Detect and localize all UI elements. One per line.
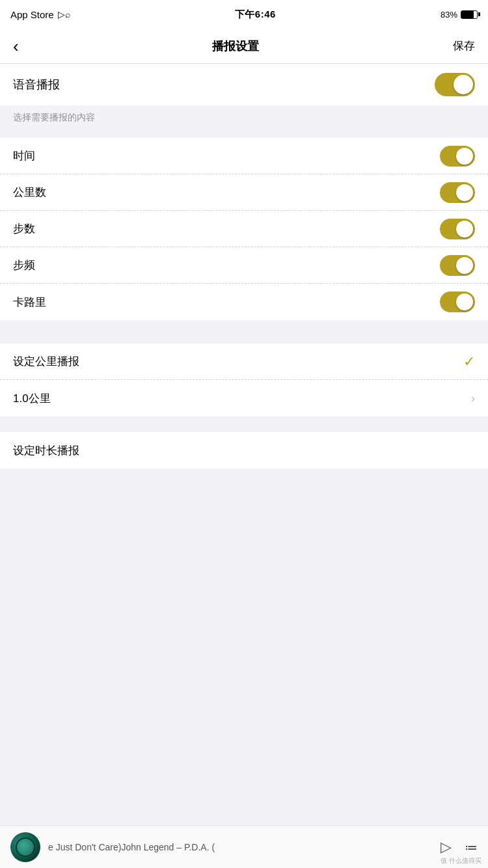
km-label: 公里数	[13, 185, 46, 200]
set-km-label: 设定公里播报	[13, 354, 79, 369]
km-value-row[interactable]: 1.0公里 ›	[0, 380, 488, 416]
save-button[interactable]: 保存	[453, 38, 475, 53]
avatar-inner	[16, 837, 35, 857]
list-item-steps[interactable]: 步数	[0, 211, 488, 247]
list-item-km[interactable]: 公里数	[0, 174, 488, 211]
km-report-section: 设定公里播报 ✓ 1.0公里 ›	[0, 344, 488, 416]
duration-section: 设定时长播报	[0, 432, 488, 468]
duration-label: 设定时长播报	[13, 443, 79, 458]
watermark: 值 什么值得买	[441, 856, 481, 865]
chevron-right-icon: ›	[471, 392, 475, 405]
spacer-bottom	[0, 476, 488, 606]
player-track-info: e Just Don't Care)John Legend – P.D.A. (	[48, 842, 433, 852]
player-controls: ▷ ≔	[441, 839, 478, 856]
set-km-report-row[interactable]: 设定公里播报 ✓	[0, 344, 488, 380]
steps-toggle[interactable]	[440, 219, 475, 239]
spacer-4	[0, 468, 488, 476]
mini-player: e Just Don't Care)John Legend – P.D.A. (…	[0, 825, 488, 868]
spacer-1	[0, 320, 488, 328]
status-right: 83%	[441, 10, 478, 20]
check-icon: ✓	[463, 353, 475, 370]
time-toggle[interactable]	[440, 146, 475, 167]
content-section: 时间 公里数 步数 步频 卡路里	[0, 138, 488, 320]
time-label: 时间	[13, 148, 35, 163]
playlist-button[interactable]: ≔	[465, 839, 478, 855]
voice-label: 语音播报	[13, 77, 60, 92]
spacer-2	[0, 328, 488, 336]
toggle-knob	[456, 148, 473, 165]
toggle-knob	[456, 257, 473, 274]
spacer-3	[0, 416, 488, 424]
battery-icon	[461, 10, 478, 19]
back-app-text: App Store	[10, 9, 54, 20]
player-avatar	[10, 832, 40, 862]
list-item-cadence[interactable]: 步频	[0, 247, 488, 284]
voice-toggle[interactable]	[435, 73, 475, 96]
nav-bar: ‹ 播报设置 保存	[0, 29, 488, 64]
play-button[interactable]: ▷	[441, 839, 452, 856]
battery-percent: 83%	[441, 10, 457, 20]
page-title: 播报设置	[212, 38, 259, 54]
status-bar: App Store ▷⌕ 下午6:46 83%	[0, 0, 488, 29]
toggle-knob	[456, 221, 473, 237]
status-left: App Store ▷⌕	[10, 9, 70, 20]
cadence-toggle[interactable]	[440, 255, 475, 276]
cadence-label: 步频	[13, 258, 35, 273]
km-toggle[interactable]	[440, 182, 475, 203]
voice-section: 语音播报	[0, 64, 488, 105]
toggle-knob	[454, 75, 473, 94]
content-section-header: 选择需要播报的内容	[0, 105, 488, 130]
km-value-label: 1.0公里	[13, 391, 51, 406]
toggle-knob	[456, 293, 473, 310]
list-item-calories[interactable]: 卡路里	[0, 284, 488, 320]
calories-toggle[interactable]	[440, 292, 475, 312]
voice-row: 语音播报	[0, 64, 488, 105]
calories-label: 卡路里	[13, 295, 46, 310]
back-button[interactable]: ‹	[13, 38, 19, 55]
wifi-icon: ▷⌕	[58, 9, 70, 20]
toggle-knob	[456, 184, 473, 201]
list-item-time[interactable]: 时间	[0, 138, 488, 174]
steps-label: 步数	[13, 221, 35, 236]
status-time: 下午6:46	[235, 8, 276, 21]
duration-row[interactable]: 设定时长播报	[0, 432, 488, 468]
